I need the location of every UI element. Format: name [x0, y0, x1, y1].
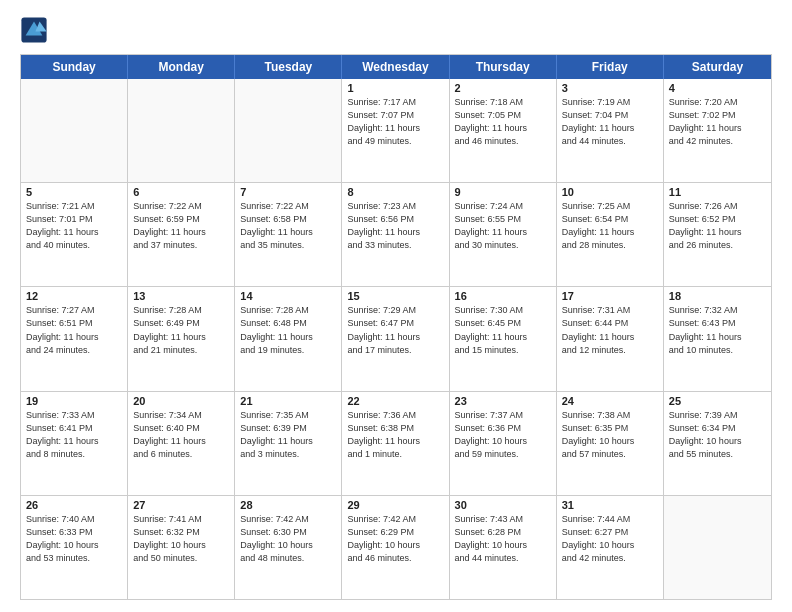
calendar-row-1: 5Sunrise: 7:21 AM Sunset: 7:01 PM Daylig…	[21, 183, 771, 287]
cell-info: Sunrise: 7:20 AM Sunset: 7:02 PM Dayligh…	[669, 96, 766, 148]
calendar-row-0: 1Sunrise: 7:17 AM Sunset: 7:07 PM Daylig…	[21, 79, 771, 183]
cell-info: Sunrise: 7:42 AM Sunset: 6:30 PM Dayligh…	[240, 513, 336, 565]
calendar-cell: 7Sunrise: 7:22 AM Sunset: 6:58 PM Daylig…	[235, 183, 342, 286]
cell-info: Sunrise: 7:22 AM Sunset: 6:58 PM Dayligh…	[240, 200, 336, 252]
calendar-cell: 12Sunrise: 7:27 AM Sunset: 6:51 PM Dayli…	[21, 287, 128, 390]
cell-info: Sunrise: 7:22 AM Sunset: 6:59 PM Dayligh…	[133, 200, 229, 252]
day-number: 5	[26, 186, 122, 198]
calendar-cell: 5Sunrise: 7:21 AM Sunset: 7:01 PM Daylig…	[21, 183, 128, 286]
logo-icon	[20, 16, 48, 44]
calendar-cell: 22Sunrise: 7:36 AM Sunset: 6:38 PM Dayli…	[342, 392, 449, 495]
day-number: 16	[455, 290, 551, 302]
calendar-cell	[128, 79, 235, 182]
cell-info: Sunrise: 7:24 AM Sunset: 6:55 PM Dayligh…	[455, 200, 551, 252]
calendar-cell: 3Sunrise: 7:19 AM Sunset: 7:04 PM Daylig…	[557, 79, 664, 182]
day-number: 29	[347, 499, 443, 511]
calendar-cell: 6Sunrise: 7:22 AM Sunset: 6:59 PM Daylig…	[128, 183, 235, 286]
calendar-cell	[235, 79, 342, 182]
calendar-cell: 23Sunrise: 7:37 AM Sunset: 6:36 PM Dayli…	[450, 392, 557, 495]
cell-info: Sunrise: 7:17 AM Sunset: 7:07 PM Dayligh…	[347, 96, 443, 148]
day-number: 6	[133, 186, 229, 198]
day-number: 11	[669, 186, 766, 198]
calendar-cell: 4Sunrise: 7:20 AM Sunset: 7:02 PM Daylig…	[664, 79, 771, 182]
calendar-cell: 26Sunrise: 7:40 AM Sunset: 6:33 PM Dayli…	[21, 496, 128, 599]
cell-info: Sunrise: 7:31 AM Sunset: 6:44 PM Dayligh…	[562, 304, 658, 356]
page-header	[20, 16, 772, 44]
calendar-cell: 14Sunrise: 7:28 AM Sunset: 6:48 PM Dayli…	[235, 287, 342, 390]
cell-info: Sunrise: 7:43 AM Sunset: 6:28 PM Dayligh…	[455, 513, 551, 565]
header-cell-friday: Friday	[557, 55, 664, 79]
day-number: 18	[669, 290, 766, 302]
calendar-cell: 24Sunrise: 7:38 AM Sunset: 6:35 PM Dayli…	[557, 392, 664, 495]
calendar-row-3: 19Sunrise: 7:33 AM Sunset: 6:41 PM Dayli…	[21, 392, 771, 496]
cell-info: Sunrise: 7:36 AM Sunset: 6:38 PM Dayligh…	[347, 409, 443, 461]
day-number: 23	[455, 395, 551, 407]
day-number: 25	[669, 395, 766, 407]
day-number: 28	[240, 499, 336, 511]
day-number: 24	[562, 395, 658, 407]
day-number: 30	[455, 499, 551, 511]
day-number: 14	[240, 290, 336, 302]
day-number: 27	[133, 499, 229, 511]
calendar-cell: 27Sunrise: 7:41 AM Sunset: 6:32 PM Dayli…	[128, 496, 235, 599]
cell-info: Sunrise: 7:44 AM Sunset: 6:27 PM Dayligh…	[562, 513, 658, 565]
calendar-cell: 15Sunrise: 7:29 AM Sunset: 6:47 PM Dayli…	[342, 287, 449, 390]
calendar-header: SundayMondayTuesdayWednesdayThursdayFrid…	[21, 55, 771, 79]
cell-info: Sunrise: 7:41 AM Sunset: 6:32 PM Dayligh…	[133, 513, 229, 565]
day-number: 26	[26, 499, 122, 511]
cell-info: Sunrise: 7:35 AM Sunset: 6:39 PM Dayligh…	[240, 409, 336, 461]
calendar-cell: 28Sunrise: 7:42 AM Sunset: 6:30 PM Dayli…	[235, 496, 342, 599]
logo	[20, 16, 52, 44]
calendar-row-4: 26Sunrise: 7:40 AM Sunset: 6:33 PM Dayli…	[21, 496, 771, 599]
day-number: 7	[240, 186, 336, 198]
cell-info: Sunrise: 7:39 AM Sunset: 6:34 PM Dayligh…	[669, 409, 766, 461]
day-number: 2	[455, 82, 551, 94]
day-number: 13	[133, 290, 229, 302]
header-cell-monday: Monday	[128, 55, 235, 79]
calendar-cell	[664, 496, 771, 599]
cell-info: Sunrise: 7:37 AM Sunset: 6:36 PM Dayligh…	[455, 409, 551, 461]
day-number: 12	[26, 290, 122, 302]
calendar-cell: 31Sunrise: 7:44 AM Sunset: 6:27 PM Dayli…	[557, 496, 664, 599]
header-cell-sunday: Sunday	[21, 55, 128, 79]
cell-info: Sunrise: 7:30 AM Sunset: 6:45 PM Dayligh…	[455, 304, 551, 356]
day-number: 22	[347, 395, 443, 407]
calendar-cell: 20Sunrise: 7:34 AM Sunset: 6:40 PM Dayli…	[128, 392, 235, 495]
cell-info: Sunrise: 7:34 AM Sunset: 6:40 PM Dayligh…	[133, 409, 229, 461]
cell-info: Sunrise: 7:19 AM Sunset: 7:04 PM Dayligh…	[562, 96, 658, 148]
calendar-cell: 25Sunrise: 7:39 AM Sunset: 6:34 PM Dayli…	[664, 392, 771, 495]
cell-info: Sunrise: 7:33 AM Sunset: 6:41 PM Dayligh…	[26, 409, 122, 461]
cell-info: Sunrise: 7:23 AM Sunset: 6:56 PM Dayligh…	[347, 200, 443, 252]
day-number: 8	[347, 186, 443, 198]
cell-info: Sunrise: 7:28 AM Sunset: 6:48 PM Dayligh…	[240, 304, 336, 356]
calendar-cell: 8Sunrise: 7:23 AM Sunset: 6:56 PM Daylig…	[342, 183, 449, 286]
header-cell-wednesday: Wednesday	[342, 55, 449, 79]
calendar-cell: 13Sunrise: 7:28 AM Sunset: 6:49 PM Dayli…	[128, 287, 235, 390]
calendar-cell: 16Sunrise: 7:30 AM Sunset: 6:45 PM Dayli…	[450, 287, 557, 390]
cell-info: Sunrise: 7:18 AM Sunset: 7:05 PM Dayligh…	[455, 96, 551, 148]
day-number: 31	[562, 499, 658, 511]
calendar-cell: 30Sunrise: 7:43 AM Sunset: 6:28 PM Dayli…	[450, 496, 557, 599]
day-number: 20	[133, 395, 229, 407]
day-number: 3	[562, 82, 658, 94]
calendar-cell: 1Sunrise: 7:17 AM Sunset: 7:07 PM Daylig…	[342, 79, 449, 182]
cell-info: Sunrise: 7:40 AM Sunset: 6:33 PM Dayligh…	[26, 513, 122, 565]
calendar-cell: 18Sunrise: 7:32 AM Sunset: 6:43 PM Dayli…	[664, 287, 771, 390]
cell-info: Sunrise: 7:29 AM Sunset: 6:47 PM Dayligh…	[347, 304, 443, 356]
day-number: 21	[240, 395, 336, 407]
calendar-cell: 29Sunrise: 7:42 AM Sunset: 6:29 PM Dayli…	[342, 496, 449, 599]
day-number: 4	[669, 82, 766, 94]
day-number: 1	[347, 82, 443, 94]
cell-info: Sunrise: 7:26 AM Sunset: 6:52 PM Dayligh…	[669, 200, 766, 252]
calendar-cell: 21Sunrise: 7:35 AM Sunset: 6:39 PM Dayli…	[235, 392, 342, 495]
calendar-row-2: 12Sunrise: 7:27 AM Sunset: 6:51 PM Dayli…	[21, 287, 771, 391]
calendar-body: 1Sunrise: 7:17 AM Sunset: 7:07 PM Daylig…	[21, 79, 771, 599]
calendar-cell: 11Sunrise: 7:26 AM Sunset: 6:52 PM Dayli…	[664, 183, 771, 286]
day-number: 10	[562, 186, 658, 198]
cell-info: Sunrise: 7:38 AM Sunset: 6:35 PM Dayligh…	[562, 409, 658, 461]
calendar-cell: 17Sunrise: 7:31 AM Sunset: 6:44 PM Dayli…	[557, 287, 664, 390]
calendar-cell: 2Sunrise: 7:18 AM Sunset: 7:05 PM Daylig…	[450, 79, 557, 182]
header-cell-saturday: Saturday	[664, 55, 771, 79]
calendar-cell	[21, 79, 128, 182]
cell-info: Sunrise: 7:25 AM Sunset: 6:54 PM Dayligh…	[562, 200, 658, 252]
